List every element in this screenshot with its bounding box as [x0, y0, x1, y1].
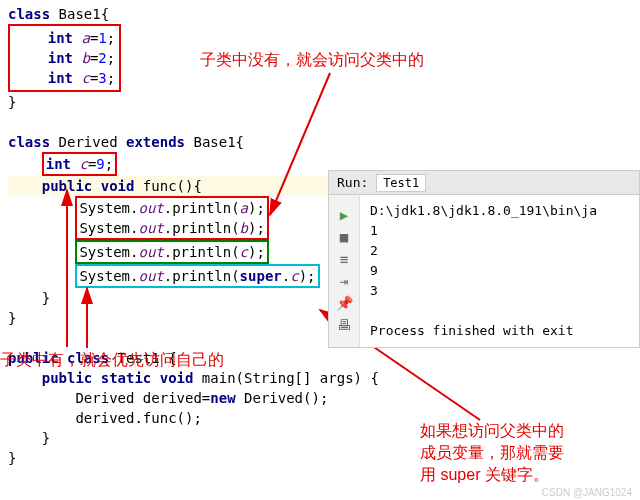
output-line: 9 — [370, 263, 378, 278]
output-line: 1 — [370, 223, 378, 238]
scroll-icon[interactable]: ⇥ — [336, 273, 352, 289]
code-line — [8, 112, 632, 132]
output-path: D:\jdk1.8\jdk1.8.0_191\bin\ja — [370, 203, 597, 218]
print-icon[interactable]: 🖶 — [336, 317, 352, 333]
output-line: 2 — [370, 243, 378, 258]
annotation-3: 如果想访问父类中的 成员变量，那就需要 用 super 关键字。 — [420, 420, 564, 486]
annotation-text: 如果想访问父类中的 — [420, 422, 564, 439]
code-line: public static void main(String[] args) { — [8, 368, 632, 388]
run-panel: Run: Test1 ▶ ■ ≡ ⇥ 📌 🖶 D:\jdk1.8\jdk1.8.… — [328, 170, 640, 348]
pin-icon[interactable]: 📌 — [336, 295, 352, 311]
annotation-text: 用 super 关键字。 — [420, 466, 549, 483]
code-line: class Derived extends Base1{ — [8, 132, 632, 152]
annotation-2: 子类中有，就会优先访问自己的 — [0, 350, 224, 371]
output-exit: Process finished with exit — [370, 323, 574, 338]
run-tab[interactable]: Test1 — [376, 174, 426, 192]
run-label: Run: — [337, 175, 368, 190]
run-output[interactable]: D:\jdk1.8\jdk1.8.0_191\bin\ja 1 2 9 3 Pr… — [360, 195, 639, 347]
filter-icon[interactable]: ≡ — [336, 251, 352, 267]
stop-icon[interactable]: ■ — [336, 229, 352, 245]
watermark: CSDN @JANG1024 — [542, 487, 632, 498]
code-line: } — [8, 92, 632, 112]
code-line: class Base1{ — [8, 4, 632, 24]
annotation-1: 子类中没有，就会访问父类中的 — [200, 50, 424, 71]
run-header: Run: Test1 — [329, 171, 639, 195]
play-icon[interactable]: ▶ — [336, 207, 352, 223]
annotation-text: 成员变量，那就需要 — [420, 444, 564, 461]
run-toolbar: ▶ ■ ≡ ⇥ 📌 🖶 — [329, 195, 360, 347]
code-line: Derived derived=new Derived(); — [8, 388, 632, 408]
output-line: 3 — [370, 283, 378, 298]
